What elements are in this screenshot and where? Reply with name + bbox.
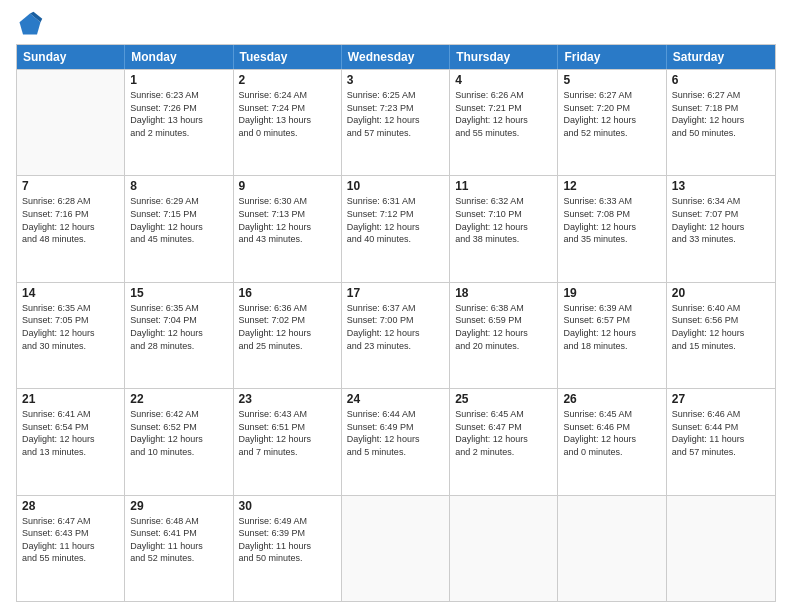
calendar-cell: 17Sunrise: 6:37 AM Sunset: 7:00 PM Dayli… [342,283,450,388]
day-info: Sunrise: 6:43 AM Sunset: 6:51 PM Dayligh… [239,408,336,458]
calendar-cell [342,496,450,601]
day-number: 20 [672,286,770,300]
calendar-cell: 3Sunrise: 6:25 AM Sunset: 7:23 PM Daylig… [342,70,450,175]
day-info: Sunrise: 6:23 AM Sunset: 7:26 PM Dayligh… [130,89,227,139]
header-day-monday: Monday [125,45,233,69]
day-info: Sunrise: 6:29 AM Sunset: 7:15 PM Dayligh… [130,195,227,245]
calendar-header: SundayMondayTuesdayWednesdayThursdayFrid… [17,45,775,69]
calendar-cell: 8Sunrise: 6:29 AM Sunset: 7:15 PM Daylig… [125,176,233,281]
day-info: Sunrise: 6:45 AM Sunset: 6:47 PM Dayligh… [455,408,552,458]
calendar-cell [17,70,125,175]
day-info: Sunrise: 6:40 AM Sunset: 6:56 PM Dayligh… [672,302,770,352]
day-number: 10 [347,179,444,193]
calendar-cell: 2Sunrise: 6:24 AM Sunset: 7:24 PM Daylig… [234,70,342,175]
header-day-thursday: Thursday [450,45,558,69]
day-number: 9 [239,179,336,193]
day-info: Sunrise: 6:48 AM Sunset: 6:41 PM Dayligh… [130,515,227,565]
day-info: Sunrise: 6:46 AM Sunset: 6:44 PM Dayligh… [672,408,770,458]
day-number: 17 [347,286,444,300]
day-info: Sunrise: 6:27 AM Sunset: 7:18 PM Dayligh… [672,89,770,139]
header [16,10,776,38]
calendar-week-5: 28Sunrise: 6:47 AM Sunset: 6:43 PM Dayli… [17,495,775,601]
day-number: 18 [455,286,552,300]
calendar-cell: 21Sunrise: 6:41 AM Sunset: 6:54 PM Dayli… [17,389,125,494]
day-number: 21 [22,392,119,406]
day-info: Sunrise: 6:35 AM Sunset: 7:04 PM Dayligh… [130,302,227,352]
day-number: 30 [239,499,336,513]
header-day-wednesday: Wednesday [342,45,450,69]
calendar-week-1: 1Sunrise: 6:23 AM Sunset: 7:26 PM Daylig… [17,69,775,175]
calendar-cell: 18Sunrise: 6:38 AM Sunset: 6:59 PM Dayli… [450,283,558,388]
logo-icon [16,10,44,38]
calendar-cell: 19Sunrise: 6:39 AM Sunset: 6:57 PM Dayli… [558,283,666,388]
day-number: 15 [130,286,227,300]
day-info: Sunrise: 6:25 AM Sunset: 7:23 PM Dayligh… [347,89,444,139]
calendar-cell: 13Sunrise: 6:34 AM Sunset: 7:07 PM Dayli… [667,176,775,281]
calendar-cell: 29Sunrise: 6:48 AM Sunset: 6:41 PM Dayli… [125,496,233,601]
day-number: 23 [239,392,336,406]
day-number: 2 [239,73,336,87]
calendar-body: 1Sunrise: 6:23 AM Sunset: 7:26 PM Daylig… [17,69,775,601]
day-info: Sunrise: 6:49 AM Sunset: 6:39 PM Dayligh… [239,515,336,565]
day-number: 11 [455,179,552,193]
calendar-cell: 30Sunrise: 6:49 AM Sunset: 6:39 PM Dayli… [234,496,342,601]
calendar-cell [667,496,775,601]
calendar-cell: 25Sunrise: 6:45 AM Sunset: 6:47 PM Dayli… [450,389,558,494]
day-info: Sunrise: 6:39 AM Sunset: 6:57 PM Dayligh… [563,302,660,352]
day-info: Sunrise: 6:32 AM Sunset: 7:10 PM Dayligh… [455,195,552,245]
calendar-cell: 26Sunrise: 6:45 AM Sunset: 6:46 PM Dayli… [558,389,666,494]
day-info: Sunrise: 6:30 AM Sunset: 7:13 PM Dayligh… [239,195,336,245]
calendar-week-3: 14Sunrise: 6:35 AM Sunset: 7:05 PM Dayli… [17,282,775,388]
day-info: Sunrise: 6:45 AM Sunset: 6:46 PM Dayligh… [563,408,660,458]
day-info: Sunrise: 6:44 AM Sunset: 6:49 PM Dayligh… [347,408,444,458]
calendar-week-2: 7Sunrise: 6:28 AM Sunset: 7:16 PM Daylig… [17,175,775,281]
calendar-cell: 4Sunrise: 6:26 AM Sunset: 7:21 PM Daylig… [450,70,558,175]
header-day-friday: Friday [558,45,666,69]
calendar-cell: 11Sunrise: 6:32 AM Sunset: 7:10 PM Dayli… [450,176,558,281]
day-number: 13 [672,179,770,193]
day-info: Sunrise: 6:42 AM Sunset: 6:52 PM Dayligh… [130,408,227,458]
day-info: Sunrise: 6:28 AM Sunset: 7:16 PM Dayligh… [22,195,119,245]
day-number: 8 [130,179,227,193]
calendar-cell: 24Sunrise: 6:44 AM Sunset: 6:49 PM Dayli… [342,389,450,494]
header-day-sunday: Sunday [17,45,125,69]
calendar-cell: 1Sunrise: 6:23 AM Sunset: 7:26 PM Daylig… [125,70,233,175]
day-info: Sunrise: 6:34 AM Sunset: 7:07 PM Dayligh… [672,195,770,245]
day-number: 7 [22,179,119,193]
day-number: 24 [347,392,444,406]
day-info: Sunrise: 6:33 AM Sunset: 7:08 PM Dayligh… [563,195,660,245]
calendar-cell: 23Sunrise: 6:43 AM Sunset: 6:51 PM Dayli… [234,389,342,494]
day-number: 12 [563,179,660,193]
day-number: 6 [672,73,770,87]
header-day-tuesday: Tuesday [234,45,342,69]
day-number: 19 [563,286,660,300]
day-info: Sunrise: 6:41 AM Sunset: 6:54 PM Dayligh… [22,408,119,458]
calendar-cell: 5Sunrise: 6:27 AM Sunset: 7:20 PM Daylig… [558,70,666,175]
header-day-saturday: Saturday [667,45,775,69]
day-number: 27 [672,392,770,406]
calendar-cell: 28Sunrise: 6:47 AM Sunset: 6:43 PM Dayli… [17,496,125,601]
calendar-cell: 16Sunrise: 6:36 AM Sunset: 7:02 PM Dayli… [234,283,342,388]
day-number: 25 [455,392,552,406]
calendar-cell [450,496,558,601]
day-info: Sunrise: 6:37 AM Sunset: 7:00 PM Dayligh… [347,302,444,352]
calendar-cell: 9Sunrise: 6:30 AM Sunset: 7:13 PM Daylig… [234,176,342,281]
day-number: 26 [563,392,660,406]
day-number: 29 [130,499,227,513]
day-info: Sunrise: 6:38 AM Sunset: 6:59 PM Dayligh… [455,302,552,352]
day-number: 1 [130,73,227,87]
day-info: Sunrise: 6:26 AM Sunset: 7:21 PM Dayligh… [455,89,552,139]
calendar-cell: 7Sunrise: 6:28 AM Sunset: 7:16 PM Daylig… [17,176,125,281]
calendar: SundayMondayTuesdayWednesdayThursdayFrid… [16,44,776,602]
calendar-cell: 14Sunrise: 6:35 AM Sunset: 7:05 PM Dayli… [17,283,125,388]
day-info: Sunrise: 6:24 AM Sunset: 7:24 PM Dayligh… [239,89,336,139]
day-number: 16 [239,286,336,300]
day-number: 28 [22,499,119,513]
day-number: 14 [22,286,119,300]
calendar-cell: 15Sunrise: 6:35 AM Sunset: 7:04 PM Dayli… [125,283,233,388]
day-number: 4 [455,73,552,87]
day-info: Sunrise: 6:27 AM Sunset: 7:20 PM Dayligh… [563,89,660,139]
day-number: 5 [563,73,660,87]
day-info: Sunrise: 6:36 AM Sunset: 7:02 PM Dayligh… [239,302,336,352]
day-info: Sunrise: 6:31 AM Sunset: 7:12 PM Dayligh… [347,195,444,245]
